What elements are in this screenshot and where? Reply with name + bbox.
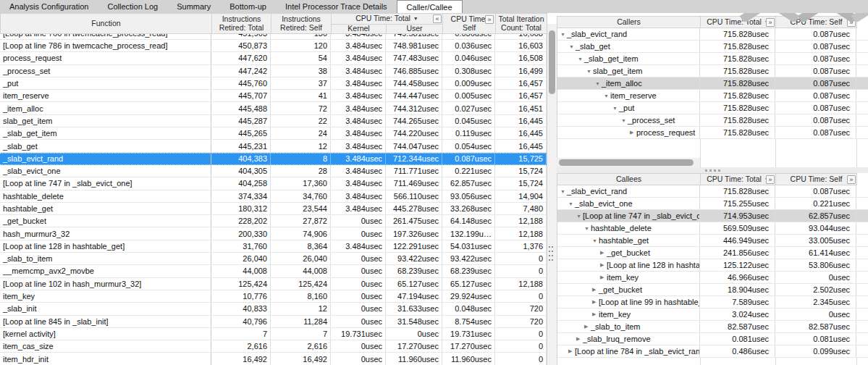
splitter-grip[interactable] — [549, 246, 555, 261]
column-header-instructions-retired-self[interactable]: Instructions Retired: Self — [271, 13, 332, 34]
tree-row[interactable]: ▼_process_set715.828usec0.087usec — [557, 114, 868, 127]
table-row[interactable]: _slab_to_item26,04026,0400usec93.422usec… — [0, 253, 547, 265]
table-row[interactable]: [Loop at line 747 in _slab_evict_one]404… — [0, 177, 547, 190]
column-header-function[interactable]: Function — [0, 13, 212, 34]
tree-collapsed-icon[interactable]: ▶ — [600, 274, 607, 280]
table-row[interactable]: _slab_get_item445,265243.484usec744.220u… — [0, 127, 547, 140]
tree-row[interactable]: ▶_slab_to_item82.587usec82.587usec — [557, 321, 868, 333]
tree-expanded-icon[interactable]: ▼ — [568, 201, 575, 206]
tree-expanded-icon[interactable]: ▼ — [586, 69, 593, 74]
tree-expanded-icon[interactable]: ▼ — [584, 226, 591, 231]
tree-collapsed-icon[interactable]: ▶ — [600, 262, 607, 268]
tree-expanded-icon[interactable]: ▼ — [569, 44, 576, 49]
table-row[interactable]: _put445,760373.484usec744.458usec0.009us… — [0, 77, 547, 90]
table-row[interactable]: _slab_evict_rand404,38383.484usec712.344… — [0, 153, 547, 165]
vertical-scrollbar-thumb[interactable] — [549, 30, 555, 94]
table-row[interactable]: [Loop at line 760 in twemcache_process_r… — [0, 34, 547, 40]
column-header-instructions-retired-total[interactable]: Instructions Retired: Total — [211, 13, 271, 34]
table-row[interactable]: hashtable_delete374,33434,7603.484usec56… — [0, 190, 547, 203]
tree-row[interactable]: ▼slab_get_item715.828usec0.087usec — [557, 65, 868, 77]
tree-row[interactable]: ▼_put715.828usec0.087usec — [557, 102, 868, 114]
tree-collapsed-icon[interactable]: ▶ — [592, 287, 599, 293]
table-row[interactable]: item_hdr_init16,49216,4920usec11.960usec… — [0, 353, 547, 365]
tree-row[interactable]: ▶process_request715.828usec0.087usec — [557, 127, 868, 139]
table-row[interactable]: __memcmp_avx2_movbe44,00844,0080usec68.2… — [0, 265, 547, 277]
tree-collapsed-icon[interactable]: ▶ — [576, 336, 583, 342]
tab-summary[interactable]: Summary — [167, 0, 220, 13]
tree-collapsed-icon[interactable]: ▶ — [592, 311, 599, 317]
table-row[interactable]: _item_alloc445,488723.484usec744.312usec… — [0, 102, 547, 114]
tree-expanded-icon[interactable]: ▼ — [576, 214, 583, 219]
table-row[interactable]: hash_murmur3_32200,33074,9060usec197.326… — [0, 227, 547, 240]
column-header-cpu-time-self[interactable]: CPU Time: Self » — [442, 13, 496, 34]
tree-row[interactable]: ▶_get_bucket18.904usec2.502usec — [557, 284, 868, 296]
table-row[interactable]: _slab_init40,833120usec31.633usec0.048us… — [0, 303, 547, 315]
tree-collapsed-icon[interactable]: ▶ — [592, 299, 599, 305]
column-header-user[interactable]: User — [386, 24, 443, 34]
tree-row[interactable]: ▶_slab_lruq_remove0.081usec0.081usec — [557, 333, 868, 345]
tree-row[interactable]: ▼_slab_evict_one715.255usec0.221usec — [557, 198, 868, 210]
tab-bottom-up[interactable]: Bottom-up — [220, 0, 276, 13]
tree-collapsed-icon[interactable]: ▶ — [630, 130, 636, 135]
expand-column-button[interactable]: » — [766, 175, 775, 184]
tree-row[interactable]: ▼_item_alloc715.828usec0.087usec — [557, 77, 868, 90]
tree-row[interactable]: ▼_slab_evict_rand715.828usec0.087usec — [557, 28, 868, 41]
tree-row[interactable]: ▶item_key46.966usec0usec — [557, 272, 868, 284]
column-header-kernel[interactable]: Kernel — [331, 24, 387, 34]
tree-collapsed-icon[interactable]: ▶ — [600, 250, 607, 256]
callees-cpu-self-header[interactable]: CPU Time: Self » — [775, 173, 857, 185]
column-header-cpu-time-total-group[interactable]: CPU Time: Total ▼ « — [331, 13, 443, 25]
tree-expanded-icon[interactable]: ▼ — [560, 189, 567, 194]
tree-row[interactable]: ▼hashtable_delete569.509usec93.044usec — [557, 222, 868, 235]
table-row[interactable]: [kernel activity]7719.731usec0usec19.731… — [0, 328, 547, 340]
tree-expanded-icon[interactable]: ▼ — [595, 81, 602, 86]
tab-intel-processor-trace-details[interactable]: Intel Processor Trace Details — [276, 0, 397, 13]
tree-row[interactable]: ▶item_key3.024usec0usec — [557, 309, 868, 321]
tree-row[interactable]: ▼hashtable_get446.949usec33.005usec — [557, 235, 868, 247]
callers-title-header[interactable]: Callers — [557, 16, 701, 28]
table-row[interactable]: [Loop at line 102 in hash_murmur3_32]125… — [0, 278, 547, 290]
tree-expanded-icon[interactable]: ▼ — [621, 118, 628, 123]
tree-row[interactable]: ▶[Loop at line 99 in hashtable_get]7.589… — [557, 296, 868, 309]
table-row[interactable]: [Loop at line 845 in _slab_init]40,79611… — [0, 316, 547, 328]
table-row[interactable]: item_cas_size2,6162,6160usec17.270usec17… — [0, 340, 547, 353]
table-row[interactable]: _slab_evict_one404,305283.484usec711.771… — [0, 165, 547, 177]
table-row[interactable]: hashtable_get180,31223,5443.484usec445.2… — [0, 203, 547, 215]
table-row[interactable]: item_reserve445,707413.484usec744.447use… — [0, 90, 547, 102]
column-header-total-iteration-count[interactable]: Total Iteration Count: Total — [495, 13, 547, 34]
tree-expanded-icon[interactable]: ▼ — [560, 32, 567, 37]
tree-collapsed-icon[interactable]: ▶ — [568, 348, 575, 354]
tree-expanded-icon[interactable]: ▼ — [592, 238, 599, 243]
callees-title-header[interactable]: Callees — [557, 173, 701, 185]
callers-horizontal-scrollbar[interactable] — [557, 158, 700, 167]
tree-collapsed-icon[interactable]: ▶ — [584, 324, 591, 330]
table-row[interactable]: item_key10,7768,1600usec47.194usec29.924… — [0, 290, 547, 303]
table-row[interactable]: _slab_get445,231123.484usec744.047usec0.… — [0, 140, 547, 152]
callers-horizontal-scrollbar-thumb[interactable] — [559, 159, 694, 166]
tree-row[interactable]: ▼item_reserve715.828usec0.087usec — [557, 90, 868, 102]
expand-column-button[interactable]: » — [485, 15, 494, 24]
tab-collection-log[interactable]: Collection Log — [98, 0, 167, 13]
tree-row[interactable]: ▼_slab_get_item715.828usec0.087usec — [557, 53, 868, 65]
table-row[interactable]: _get_bucket228,20227,8720usec261.475usec… — [0, 215, 547, 227]
tree-row[interactable]: ▼_slab_get715.828usec0.087usec — [557, 41, 868, 53]
tree-row[interactable]: ▶[Loop at line 784 in _slab_evict_rand]0… — [557, 345, 868, 358]
table-row[interactable]: [Loop at line 786 in twemcache_process_r… — [0, 40, 547, 52]
table-row[interactable]: slab_get_item445,287223.484usec744.265us… — [0, 115, 547, 127]
table-row[interactable]: process_request447,620543.484usec747.483… — [0, 52, 547, 64]
tree-row[interactable]: ▼[Loop at line 747 in _slab_evict_one]71… — [557, 210, 868, 222]
tree-row[interactable]: ▶[Loop at line 128 in hashtable_get]125.… — [557, 259, 868, 272]
tree-expanded-icon[interactable]: ▼ — [578, 56, 584, 62]
collapse-column-button[interactable]: « — [433, 14, 442, 23]
tree-row[interactable]: ▼_slab_evict_rand715.828usec0.087usec — [557, 185, 868, 198]
tab-caller-callee[interactable]: Caller/Callee — [397, 0, 463, 13]
tree-row[interactable]: ▶_get_bucket241.856usec61.414usec — [557, 247, 868, 259]
expand-column-button[interactable]: » — [847, 175, 856, 184]
tab-analysis-configuration[interactable]: Analysis Configuration — [0, 0, 98, 13]
callees-cpu-total-header[interactable]: CPU Time: Total ▼ » — [700, 173, 776, 185]
tree-expanded-icon[interactable]: ▼ — [604, 93, 610, 98]
tree-expanded-icon[interactable]: ▼ — [612, 106, 619, 111]
table-row[interactable]: [Loop at line 128 in hashtable_get]31,76… — [0, 240, 547, 253]
panel-splitter[interactable] — [557, 167, 868, 173]
vertical-scrollbar[interactable] — [547, 24, 557, 365]
